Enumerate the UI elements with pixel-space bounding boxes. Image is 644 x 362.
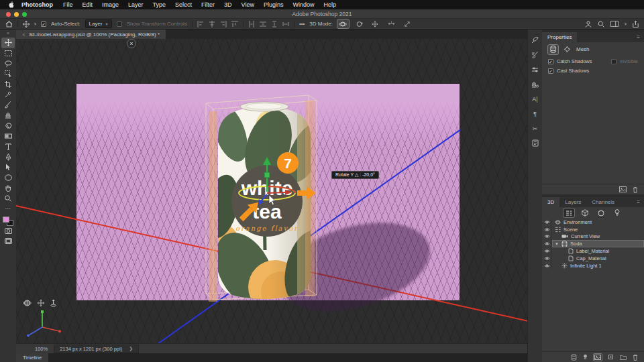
filter-lights-icon[interactable] — [612, 208, 623, 217]
eyedropper-tool[interactable] — [1, 90, 15, 101]
expand-arrow-icon[interactable]: ▼ — [555, 242, 559, 246]
3d-orbit-mode-button[interactable] — [337, 19, 349, 28]
menu-help[interactable]: Help — [319, 1, 341, 8]
shape-tool[interactable] — [1, 173, 15, 184]
distribute-vertical-icon[interactable] — [248, 21, 255, 27]
timeline-tab[interactable]: Timeline — [16, 353, 48, 362]
align-center-icon[interactable] — [209, 21, 215, 27]
align-top-icon[interactable] — [231, 21, 238, 27]
menu-layer[interactable]: Layer — [123, 1, 148, 8]
tree-row-current-view[interactable]: Current View — [542, 233, 644, 241]
panel-menu-icon[interactable]: ≡ — [637, 197, 644, 207]
visibility-eye-icon[interactable] — [542, 226, 552, 233]
lasso-tool[interactable] — [1, 58, 15, 69]
invisible-checkbox[interactable] — [611, 59, 616, 64]
tree-row-infinite-light[interactable]: Infinite Light 1 — [542, 262, 644, 269]
3d-can-model[interactable]: white tea orange flavor 7 — [205, 93, 325, 314]
deform-icon[interactable] — [562, 45, 572, 54]
new-mesh-icon[interactable] — [571, 354, 577, 361]
tab-properties[interactable]: Properties — [542, 32, 577, 42]
visibility-eye-icon[interactable] — [542, 255, 552, 262]
clone-stamp-tool[interactable] — [1, 111, 15, 121]
character-panel-icon[interactable]: A| — [530, 95, 540, 103]
marquee-tool[interactable] — [1, 48, 15, 59]
render-icon[interactable] — [619, 186, 627, 192]
3d-roll-mode-button[interactable] — [354, 19, 365, 28]
visibility-eye-icon[interactable] — [542, 240, 552, 247]
chevron-right-icon[interactable]: ❯ — [129, 346, 133, 351]
search-icon[interactable] — [598, 21, 604, 27]
3d-camera-widgets[interactable] — [23, 299, 56, 307]
filter-scene-icon[interactable] — [564, 208, 574, 217]
align-right-icon[interactable] — [220, 21, 227, 27]
tools-panel-icon[interactable]: ✂ — [530, 124, 540, 133]
filter-meshes-icon[interactable] — [580, 208, 590, 217]
path-selection-tool[interactable] — [1, 162, 15, 173]
catch-shadows-checkbox[interactable]: ✓ — [548, 59, 553, 64]
type-tool[interactable] — [1, 141, 15, 152]
filter-materials-icon[interactable] — [596, 208, 606, 217]
group-icon[interactable] — [620, 355, 627, 360]
more-options-icon[interactable]: ••• — [299, 21, 305, 27]
brush-settings-panel-icon[interactable] — [530, 36, 540, 44]
screen-mode-button[interactable] — [1, 236, 15, 247]
visibility-eye-icon[interactable] — [542, 247, 552, 255]
visibility-eye-icon[interactable] — [542, 262, 552, 269]
tab-layers[interactable]: Layers — [559, 197, 586, 207]
move-tool[interactable] — [1, 38, 15, 48]
distribute-heights-icon[interactable] — [271, 21, 278, 27]
chevron-down-icon[interactable]: ▾ — [625, 21, 627, 26]
menu-image[interactable]: Image — [97, 1, 123, 8]
delete-icon[interactable] — [633, 186, 638, 193]
canvas-viewport[interactable]: white tea orange flavor 7 — [16, 39, 527, 343]
zoom-tool[interactable] — [1, 194, 15, 204]
cast-shadows-checkbox[interactable]: ✓ — [548, 68, 553, 74]
panel-menu-icon[interactable]: ≡ — [637, 32, 644, 42]
new-layer-icon[interactable] — [608, 354, 614, 360]
brushes-panel-icon[interactable] — [530, 50, 540, 59]
3d-scale-mode-button[interactable] — [402, 19, 413, 28]
clone-source-panel-icon[interactable] — [530, 65, 540, 74]
chevron-down-icon[interactable]: ▾ — [34, 21, 36, 26]
auto-select-target-dropdown[interactable]: Layer ▾ — [85, 19, 112, 28]
menu-file[interactable]: File — [58, 1, 78, 8]
pen-tool[interactable] — [1, 152, 15, 163]
auto-select-checkbox[interactable]: ✓ — [41, 21, 46, 27]
overlay-close-button[interactable]: × — [127, 39, 136, 48]
paragraph-panel-icon[interactable]: ¶ — [530, 109, 540, 118]
menu-photoshop[interactable]: Photoshop — [16, 1, 58, 8]
delete-icon[interactable] — [633, 354, 638, 361]
foreground-color-swatch[interactable] — [3, 217, 9, 223]
tree-row-cap-material[interactable]: Cap_Material — [542, 255, 644, 262]
eraser-tool[interactable] — [1, 121, 15, 131]
crop-tool[interactable] — [1, 79, 15, 90]
account-icon[interactable] — [585, 21, 592, 27]
menu-3d[interactable]: 3D — [219, 1, 237, 8]
tab-3d[interactable]: 3D — [542, 197, 559, 207]
home-icon[interactable] — [5, 21, 13, 27]
visibility-eye-icon[interactable] — [542, 219, 552, 226]
tree-row-soda[interactable]: ▼ Soda — [542, 240, 644, 247]
align-left-icon[interactable] — [197, 21, 204, 27]
notes-panel-icon[interactable] — [530, 139, 540, 147]
distribute-horizontal-icon[interactable] — [260, 21, 266, 27]
toolbar-collapse-icon[interactable]: » — [7, 29, 9, 38]
document-tab[interactable]: × 3d-model-wrapping.psd @ 100% (Packagin… — [16, 29, 166, 39]
menu-edit[interactable]: Edit — [78, 1, 98, 8]
3d-slide-mode-button[interactable] — [386, 19, 397, 28]
close-tab-icon[interactable]: × — [22, 32, 25, 38]
menu-window[interactable]: Window — [288, 1, 319, 8]
menu-filter[interactable]: Filter — [197, 1, 219, 8]
tree-row-label-material[interactable]: Label_Material — [542, 247, 644, 255]
workspace-switcher-icon[interactable] — [610, 21, 619, 27]
tab-channels[interactable]: Channels — [586, 197, 620, 207]
color-swatches[interactable] — [3, 217, 13, 226]
edit-toolbar-icon[interactable]: ⋯ — [1, 204, 15, 215]
object-selection-tool[interactable] — [1, 69, 15, 80]
zoom-level[interactable]: 100% — [35, 346, 48, 352]
share-icon[interactable] — [633, 21, 639, 27]
show-transform-checkbox[interactable] — [117, 21, 122, 27]
close-window-button[interactable] — [6, 12, 11, 17]
3d-pan-mode-button[interactable] — [370, 19, 381, 28]
visibility-eye-icon[interactable] — [542, 233, 552, 241]
